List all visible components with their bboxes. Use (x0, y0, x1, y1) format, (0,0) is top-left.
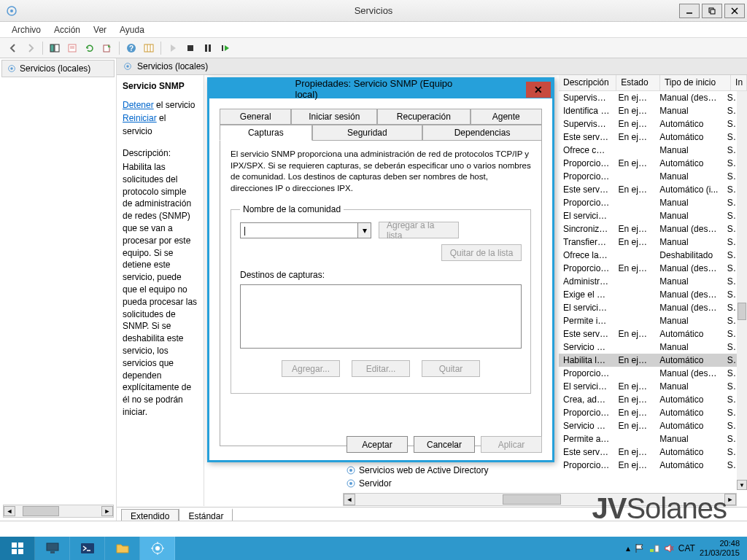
stop-link[interactable]: Detener (123, 100, 154, 110)
tab-general[interactable]: General (220, 109, 291, 125)
table-row[interactable]: Servicio Con...En ejecu...AutomáticoSi (559, 419, 738, 432)
pause-button[interactable] (199, 40, 217, 56)
table-row[interactable]: Proporciona...En ejecu...AutomáticoSi (559, 406, 738, 419)
add-to-list-button[interactable]: Agregar a la lista (379, 222, 459, 238)
table-row[interactable]: Administra l...ManualSi (559, 275, 738, 288)
table-row[interactable]: Supervisa lo...En ejecu...AutomáticoSi (559, 117, 738, 131)
table-row[interactable]: Habilita las s...En ejecu...AutomáticoSi (559, 354, 738, 367)
play-button[interactable] (164, 40, 182, 56)
table-row[interactable]: Este servicio...En ejecu...Automático (i… (559, 183, 738, 196)
table-row[interactable]: Ofrece la po...DeshabilitadoSe (559, 249, 738, 262)
cancel-button[interactable]: Cancelar (414, 436, 475, 453)
stop-button[interactable] (182, 40, 199, 56)
list-item[interactable]: Servidor (343, 477, 488, 490)
svg-rect-32 (12, 542, 17, 548)
ok-button[interactable]: Aceptar (347, 436, 408, 453)
back-button[interactable] (4, 40, 22, 56)
trap-destinations-listbox[interactable] (240, 284, 522, 349)
table-row[interactable]: El servicio W...En ejecu...ManualSi (559, 380, 738, 393)
remove-from-list-button[interactable]: Quitar de la lista (441, 244, 522, 261)
task-server-manager[interactable] (35, 537, 70, 560)
tab-recovery[interactable]: Recuperación (377, 109, 470, 125)
network-icon[interactable] (649, 543, 659, 553)
tab-dependencies[interactable]: Dependencias (422, 125, 542, 141)
svg-point-29 (349, 469, 352, 472)
tray-up-icon[interactable]: ▴ (626, 543, 630, 553)
table-row[interactable]: Ofrece com...ManualSe (559, 144, 738, 157)
remove-button[interactable]: Quitar (422, 360, 480, 377)
flag-icon[interactable] (635, 543, 645, 553)
task-explorer[interactable] (105, 537, 140, 560)
task-powershell[interactable] (70, 537, 105, 560)
maximize-button[interactable] (702, 4, 722, 18)
columns-button[interactable] (140, 40, 158, 56)
svg-point-23 (10, 67, 13, 70)
restart-link[interactable]: Reiniciar (123, 113, 157, 123)
volume-icon[interactable] (664, 543, 674, 553)
col-startup[interactable]: Tipo de inicio (660, 75, 731, 90)
close-button[interactable] (724, 4, 745, 18)
clock[interactable]: 20:48 21/03/2015 (700, 539, 740, 558)
menu-view[interactable]: Ver (88, 23, 112, 36)
show-hide-button[interactable] (46, 40, 63, 56)
svg-point-25 (126, 65, 129, 68)
table-row[interactable]: Permite info...ManualSi (559, 314, 738, 327)
table-row[interactable]: Transfiere ar...En ejecu...ManualSi (559, 236, 738, 249)
table-row[interactable]: Crea, admini...En ejecu...AutomáticoSi (559, 393, 738, 406)
svg-rect-21 (222, 45, 223, 51)
menu-help[interactable]: Ayuda (114, 23, 150, 36)
export-button[interactable] (98, 40, 116, 56)
list-body[interactable]: Supervisa el ...En ejecu...Manual (dese.… (559, 91, 738, 490)
minimize-button[interactable] (679, 4, 700, 18)
app-icon (6, 5, 18, 17)
left-hscroll[interactable]: ◄► (3, 505, 114, 518)
table-row[interactable]: Proporciona...En ejecu...Manual (dese...… (559, 262, 738, 275)
restart-button[interactable] (217, 40, 234, 56)
service-name: Servicio SNMP (123, 81, 198, 91)
table-row[interactable]: Exige el cum...Manual (dese...Se (559, 288, 738, 301)
table-row[interactable]: Este servicio...En ejecu...AutomáticoSe (559, 327, 738, 341)
main-titlebar: Servicios (0, 0, 747, 22)
community-combo[interactable]: | ▾ (240, 222, 371, 238)
dialog-close-button[interactable]: ✕ (526, 82, 551, 98)
table-row[interactable]: Proporciona...ManualSi (559, 170, 738, 183)
apply-button[interactable]: Aplicar (481, 436, 542, 453)
table-row[interactable]: Proporciona...En ejecu...AutomáticoSi (559, 459, 738, 472)
forward-button[interactable] (22, 40, 39, 56)
table-row[interactable]: Proporciona...En ejecu...AutomáticoSe (559, 157, 738, 170)
col-status[interactable]: Estado (616, 75, 660, 90)
table-row[interactable]: Identifica las...En ejecu...ManualSe (559, 104, 738, 117)
dialog-titlebar[interactable]: Propiedades: Servicio SNMP (Equipo local… (209, 79, 552, 98)
add-button[interactable]: Agregar... (282, 360, 340, 377)
table-row[interactable]: El servicio h...Manual (dese...Si (559, 301, 738, 314)
list-item[interactable]: Servicios web de Active Directory (343, 464, 488, 477)
table-row[interactable]: Este servicio...En ejecu...AutomáticoSi (559, 131, 738, 144)
dialog-title: Propiedades: Servicio SNMP (Equipo local… (295, 78, 467, 100)
tab-agent[interactable]: Agente (471, 109, 542, 125)
refresh-button[interactable] (81, 40, 98, 56)
tab-logon[interactable]: Iniciar sesión (291, 109, 377, 125)
properties-button[interactable] (63, 40, 81, 56)
task-services[interactable] (140, 537, 175, 560)
tree-item-services[interactable]: Servicios (locales) (1, 60, 115, 77)
table-row[interactable]: El servicio d...ManualSi (559, 209, 738, 222)
menu-action[interactable]: Acción (48, 23, 86, 36)
system-tray: ▴ CAT 20:48 21/03/2015 (626, 537, 747, 560)
help-button[interactable]: ? (123, 40, 140, 56)
table-row[interactable]: Proporciona...ManualSi (559, 196, 738, 209)
table-row[interactable]: Sincroniza la...En ejecu...Manual (dese.… (559, 222, 738, 236)
tab-security[interactable]: Seguridad (312, 125, 422, 141)
language-indicator[interactable]: CAT (678, 543, 695, 553)
tab-traps[interactable]: Capturas (220, 125, 312, 141)
list-vscroll[interactable]: ▲▼ (737, 75, 747, 490)
menu-file[interactable]: Archivo (6, 23, 47, 36)
table-row[interactable]: Servicio Rec...ManualSi (559, 341, 738, 354)
col-description[interactable]: Descripción (559, 75, 616, 90)
col-logon[interactable]: In (731, 75, 747, 90)
table-row[interactable]: Proporciona...Manual (dese...Si (559, 367, 738, 380)
table-row[interactable]: Supervisa el ...En ejecu...Manual (dese.… (559, 91, 738, 104)
table-row[interactable]: Permite a lo...ManualSe (559, 432, 738, 446)
table-row[interactable]: Este servicio...En ejecu...AutomáticoSi (559, 446, 738, 459)
start-button[interactable] (0, 537, 35, 560)
edit-button[interactable]: Editar... (352, 360, 410, 377)
